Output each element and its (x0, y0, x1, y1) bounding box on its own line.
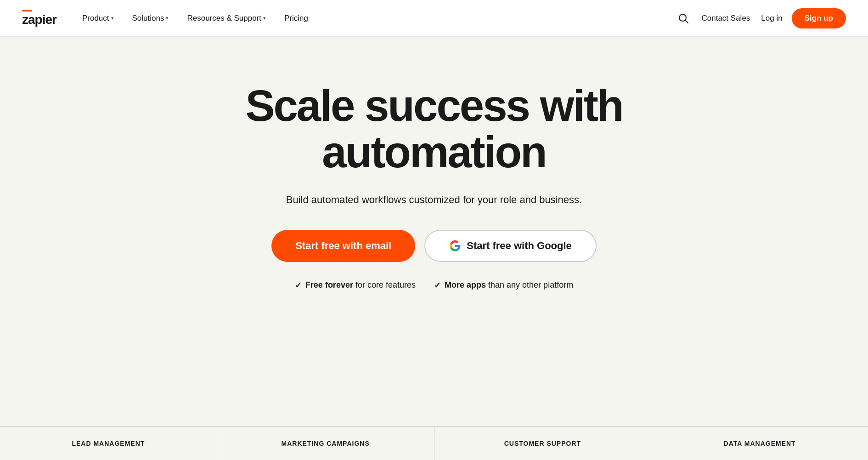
logo-link[interactable]: zapier (22, 10, 56, 27)
resources-chevron-icon: ▾ (263, 15, 266, 21)
login-link[interactable]: Log in (759, 10, 784, 27)
tab-data-management[interactable]: DATA MANAGEMENT (651, 427, 868, 460)
tab-marketing-campaigns[interactable]: MARKETING CAMPAIGNS (217, 427, 434, 460)
google-icon (449, 240, 461, 252)
nav-links: Product ▾ Solutions ▾ Resources & Suppor… (75, 10, 674, 27)
tab-customer-support[interactable]: CUSTOMER SUPPORT (434, 427, 652, 460)
hero-title: Scale success with automation (245, 83, 622, 176)
svg-line-1 (685, 20, 688, 23)
product-chevron-icon: ▾ (111, 15, 114, 21)
logo-orange-bar (22, 10, 32, 11)
hero-features: ✓ Free forever for core features ✓ More … (295, 280, 573, 290)
bottom-tabs: LEAD MANAGEMENT MARKETING CAMPAIGNS CUST… (0, 426, 868, 460)
nav-actions: Contact Sales Log in Sign up (674, 8, 846, 28)
nav-pricing[interactable]: Pricing (277, 10, 316, 27)
contact-sales-link[interactable]: Contact Sales (700, 10, 752, 27)
solutions-chevron-icon: ▾ (166, 15, 169, 21)
start-google-button[interactable]: Start free with Google (424, 230, 597, 262)
tab-lead-management[interactable]: LEAD MANAGEMENT (0, 427, 217, 460)
signup-button[interactable]: Sign up (792, 8, 846, 28)
nav-resources[interactable]: Resources & Support ▾ (180, 10, 273, 27)
navbar: zapier Product ▾ Solutions ▾ Resources &… (0, 0, 868, 37)
start-email-button[interactable]: Start free with email (271, 230, 415, 262)
hero-subtitle: Build automated workflows customized for… (286, 194, 582, 206)
check-icon-2: ✓ (434, 280, 441, 290)
hero-section: Scale success with automation Build auto… (0, 37, 868, 327)
nav-solutions[interactable]: Solutions ▾ (125, 10, 176, 27)
check-icon-1: ✓ (295, 280, 302, 290)
feature-free-forever: ✓ Free forever for core features (295, 280, 416, 290)
nav-product[interactable]: Product ▾ (75, 10, 121, 27)
search-button[interactable] (674, 9, 693, 28)
feature-more-apps: ✓ More apps than any other platform (434, 280, 573, 290)
search-icon (678, 13, 688, 23)
hero-buttons: Start free with email Start free with Go… (271, 230, 597, 262)
logo-text: zapier (22, 12, 56, 27)
